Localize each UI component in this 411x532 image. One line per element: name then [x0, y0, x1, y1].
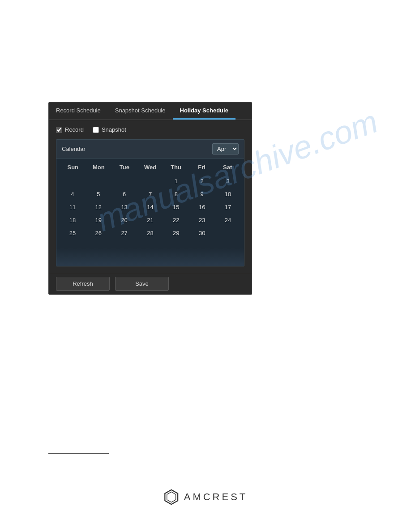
amcrest-brand-text: AMCREST: [184, 491, 248, 503]
calendar-day[interactable]: 19: [86, 214, 111, 226]
calendar-day[interactable]: 18: [60, 214, 85, 226]
calendar-day[interactable]: 29: [163, 227, 188, 239]
calendar-day[interactable]: 8: [163, 188, 188, 200]
calendar-day[interactable]: 4: [60, 188, 85, 200]
calendar-day[interactable]: 13: [112, 201, 137, 213]
page-container: manualsarchive.com Record Schedule Snaps…: [0, 0, 411, 532]
tab-holiday-schedule[interactable]: Holiday Schedule: [173, 103, 235, 120]
calendar-day[interactable]: 30: [189, 227, 214, 239]
calendar-day[interactable]: 26: [86, 227, 111, 239]
calendar-container: Calendar Jan Feb Mar Apr May Jun Jul Aug…: [56, 139, 244, 266]
calendar-day[interactable]: 2: [189, 175, 214, 187]
bottom-divider: [48, 453, 109, 454]
calendar-day[interactable]: 14: [138, 201, 163, 213]
calendar-day[interactable]: 5: [86, 188, 111, 200]
calendar-day[interactable]: 28: [138, 227, 163, 239]
month-select[interactable]: Jan Feb Mar Apr May Jun Jul Aug Sep Oct …: [212, 143, 239, 154]
calendar-day: [112, 175, 137, 187]
calendar-day[interactable]: 20: [112, 214, 137, 226]
day-headers: Sun Mon Tue Wed Thu Fri Sat: [60, 161, 240, 173]
calendar-day[interactable]: 9: [189, 188, 214, 200]
snapshot-checkbox-item[interactable]: Snapshot: [93, 126, 126, 133]
amcrest-hex-icon: [163, 489, 180, 505]
calendar-day: [215, 227, 240, 239]
tab-snapshot-schedule[interactable]: Snapshot Schedule: [108, 103, 173, 120]
buttons-row: Refresh Save: [49, 273, 252, 294]
svg-marker-1: [167, 492, 176, 502]
amcrest-logo: AMCREST: [163, 489, 248, 505]
day-header-fri: Fri: [189, 161, 215, 173]
calendar-day[interactable]: 10: [215, 188, 240, 200]
panel-content: Record Snapshot Calendar Jan Feb Mar Apr: [49, 120, 252, 273]
calendar-fade: [56, 248, 244, 266]
save-button[interactable]: Save: [115, 277, 169, 291]
day-header-wed: Wed: [137, 161, 163, 173]
calendar-day[interactable]: 25: [60, 227, 85, 239]
calendar-header: Calendar Jan Feb Mar Apr May Jun Jul Aug…: [56, 140, 244, 159]
calendar-day[interactable]: 15: [163, 201, 188, 213]
calendar-day[interactable]: 11: [60, 201, 85, 213]
day-header-tue: Tue: [111, 161, 137, 173]
calendar-day: [60, 175, 85, 187]
calendar-day[interactable]: 3: [215, 175, 240, 187]
ui-panel: Record Schedule Snapshot Schedule Holida…: [48, 102, 252, 295]
calendar-day[interactable]: 24: [215, 214, 240, 226]
calendar-label: Calendar: [62, 146, 86, 152]
day-header-sat: Sat: [214, 161, 240, 173]
tab-record-schedule[interactable]: Record Schedule: [49, 103, 108, 120]
tabs-container: Record Schedule Snapshot Schedule Holida…: [49, 103, 252, 120]
checkbox-row: Record Snapshot: [56, 126, 244, 133]
snapshot-label: Snapshot: [102, 126, 126, 133]
calendar-day[interactable]: 12: [86, 201, 111, 213]
calendar-day[interactable]: 27: [112, 227, 137, 239]
day-header-thu: Thu: [163, 161, 189, 173]
record-checkbox-item[interactable]: Record: [56, 126, 84, 133]
calendar-day: [138, 175, 163, 187]
calendar-grid: Sun Mon Tue Wed Thu Fri Sat 123456789101…: [56, 159, 244, 253]
day-header-sun: Sun: [60, 161, 86, 173]
calendar-days: 1234567891011121314151617181920212223242…: [60, 175, 240, 245]
calendar-day[interactable]: 22: [163, 214, 188, 226]
calendar-day[interactable]: 1: [163, 175, 188, 187]
snapshot-checkbox[interactable]: [93, 127, 99, 133]
refresh-button[interactable]: Refresh: [56, 277, 110, 291]
calendar-day[interactable]: 23: [189, 214, 214, 226]
day-header-mon: Mon: [86, 161, 112, 173]
calendar-day: [86, 175, 111, 187]
calendar-day[interactable]: 6: [112, 188, 137, 200]
calendar-day[interactable]: 17: [215, 201, 240, 213]
calendar-day[interactable]: 7: [138, 188, 163, 200]
record-checkbox[interactable]: [56, 127, 62, 133]
calendar-day[interactable]: 16: [189, 201, 214, 213]
calendar-day: [60, 240, 85, 245]
calendar-day[interactable]: 21: [138, 214, 163, 226]
record-label: Record: [65, 126, 84, 133]
